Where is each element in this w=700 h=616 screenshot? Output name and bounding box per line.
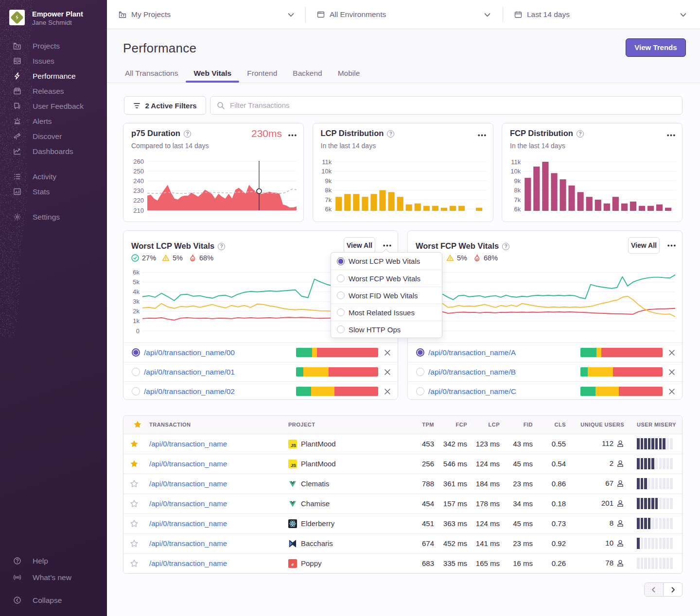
svg-text:3k: 3k	[133, 298, 140, 305]
svg-text:250: 250	[133, 168, 144, 175]
svg-text:1k: 1k	[133, 317, 140, 325]
svg-text:9k: 9k	[514, 177, 521, 185]
svg-text:10k: 10k	[510, 168, 521, 175]
svg-text:11k: 11k	[511, 158, 521, 166]
svg-text:5k: 5k	[133, 278, 140, 286]
svg-text:10k: 10k	[321, 168, 332, 175]
svg-text:6k: 6k	[133, 269, 140, 276]
svg-text:8k: 8k	[325, 187, 332, 194]
svg-text:240: 240	[133, 177, 144, 185]
svg-text:210: 210	[133, 207, 144, 214]
svg-text:JS: JS	[291, 443, 296, 448]
svg-text:220: 220	[133, 197, 144, 204]
svg-text:11k: 11k	[322, 158, 332, 166]
svg-text:6k: 6k	[325, 205, 332, 213]
svg-text:0: 0	[136, 327, 140, 335]
svg-text:7k: 7k	[325, 196, 332, 204]
svg-text:8k: 8k	[514, 187, 521, 194]
svg-text:2k: 2k	[133, 308, 140, 315]
svg-text:230: 230	[133, 187, 144, 194]
svg-text:4k: 4k	[133, 288, 140, 295]
svg-text:260: 260	[133, 158, 144, 165]
svg-text:7k: 7k	[514, 196, 521, 204]
svg-text:e: e	[292, 561, 294, 566]
svg-text:9k: 9k	[325, 177, 332, 185]
svg-text:6k: 6k	[514, 205, 521, 213]
svg-text:JS: JS	[291, 463, 296, 468]
